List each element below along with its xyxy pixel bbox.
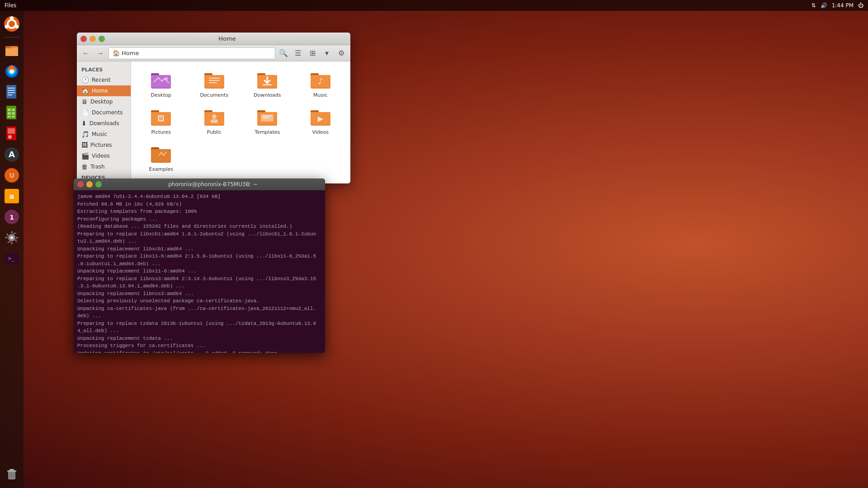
pictures-icon: 🖼 xyxy=(81,141,88,149)
sidebar-item-desktop-label: Desktop xyxy=(90,99,113,105)
home-icon: 🏠 xyxy=(81,87,89,94)
libreoffice-impress-icon xyxy=(4,126,20,142)
svg-rect-76 xyxy=(263,116,272,117)
dock-item-trash[interactable] xyxy=(2,465,21,483)
sidebar-item-downloads-label: Downloads xyxy=(90,120,119,127)
sidebar: Places 🕐 Recent 🏠 Home 🖥 Desktop 📄 Docum… xyxy=(77,61,131,183)
window-maximize-button[interactable] xyxy=(99,36,105,42)
window-minimize-button[interactable] xyxy=(90,36,96,42)
svg-rect-24 xyxy=(8,128,15,134)
svg-text:A: A xyxy=(9,150,15,159)
settings-button[interactable]: ⚙ xyxy=(335,47,348,60)
location-bar[interactable]: 🏠 Home xyxy=(108,47,275,59)
svg-point-4 xyxy=(5,25,9,28)
terminal-body[interactable]: jamvm amd64 7u51-2.4.4-0ubuntu0.13.04.2 … xyxy=(74,190,325,353)
back-button[interactable]: ← xyxy=(80,47,92,60)
dock-item-settings[interactable] xyxy=(2,228,21,247)
svg-rect-14 xyxy=(8,92,15,93)
dock-item-calc[interactable] xyxy=(2,103,21,122)
sidebar-item-desktop[interactable]: 🖥 Desktop xyxy=(77,96,131,107)
folder-downloads[interactable]: Downloads xyxy=(242,66,293,101)
terminal-line: Unpacking replacement libx11-6:amd64 ... xyxy=(77,267,321,275)
folder-documents-icon xyxy=(203,69,225,90)
terminal-close-button[interactable] xyxy=(77,181,84,188)
power-icon: ⏻ xyxy=(858,2,863,9)
dock-item-firefox[interactable] xyxy=(2,62,21,81)
terminal-titlebar: phoronix@phoronix-B75MU3B: ~ xyxy=(74,178,325,190)
top-bar-right: ⇅ 🔊 1:44 PM ⏻ xyxy=(811,2,863,9)
music-icon: 🎵 xyxy=(81,131,89,138)
sidebar-item-home-label: Home xyxy=(92,88,108,94)
window-close-button[interactable] xyxy=(80,36,87,42)
terminal-title: phoronix@phoronix-B75MU3B: ~ xyxy=(104,181,321,188)
folder-desktop-icon xyxy=(150,69,172,90)
terminal-window: phoronix@phoronix-B75MU3B: ~ jamvm amd64… xyxy=(74,178,325,353)
dock-item-impress[interactable] xyxy=(2,124,21,143)
dock-item-ubuntu[interactable] xyxy=(2,14,21,33)
terminal-minimize-button[interactable] xyxy=(86,181,93,188)
folder-downloads-icon xyxy=(256,69,278,90)
folder-public[interactable]: Public xyxy=(189,103,240,138)
file-manager-window: Home ← → 🏠 Home 🔍 ☰ ⊞ ▾ ⚙ Places 🕐 Recen… xyxy=(77,33,350,183)
folder-desktop[interactable]: Desktop xyxy=(136,66,187,101)
svg-text:♪: ♪ xyxy=(318,76,323,86)
svg-rect-41 xyxy=(9,469,14,471)
dock-item-font-viewer[interactable]: A xyxy=(2,145,21,164)
folder-music-label: Music xyxy=(313,92,327,98)
sidebar-item-trash[interactable]: 🗑 Trash xyxy=(77,161,131,172)
terminal-line: jamvm amd64 7u51-2.4.4-0ubuntu0.13.04.2 … xyxy=(77,193,321,201)
folder-pictures-label: Pictures xyxy=(151,129,171,135)
svg-point-3 xyxy=(15,25,19,28)
sort-button[interactable]: ▾ xyxy=(321,47,333,60)
sidebar-item-pictures[interactable]: 🖼 Pictures xyxy=(77,140,131,150)
folder-examples[interactable]: Examples xyxy=(136,140,187,175)
sidebar-item-home[interactable]: 🏠 Home xyxy=(77,85,131,96)
location-label: Home xyxy=(122,50,139,56)
documents-icon: 📄 xyxy=(81,109,89,116)
file-area: Desktop Documents xyxy=(131,61,350,183)
folder-music[interactable]: ♪ Music xyxy=(295,66,346,101)
sidebar-item-recent[interactable]: 🕐 Recent xyxy=(77,75,131,85)
sidebar-item-downloads[interactable]: ⬇ Downloads xyxy=(77,118,131,129)
sidebar-item-videos[interactable]: 🎬 Videos xyxy=(77,150,131,161)
sidebar-item-documents[interactable]: 📄 Documents xyxy=(77,107,131,118)
dock-item-ubuntu-one[interactable]: 1 xyxy=(2,207,21,226)
folder-templates[interactable]: Templates xyxy=(242,103,293,138)
dock-item-files[interactable] xyxy=(2,41,21,60)
list-view-button[interactable]: ☰ xyxy=(292,47,304,60)
search-button[interactable]: 🔍 xyxy=(277,47,290,60)
folder-pictures[interactable]: 🖼 Pictures xyxy=(136,103,187,138)
svg-rect-52 xyxy=(209,78,220,79)
files-icon xyxy=(4,42,20,59)
dock-item-writer[interactable] xyxy=(2,83,21,102)
dock-item-terminal[interactable]: >_ xyxy=(2,249,21,268)
dock: A U a 1 xyxy=(0,11,24,488)
svg-rect-13 xyxy=(8,90,15,91)
sort-icon: ⇅ xyxy=(811,2,816,9)
sidebar-item-music[interactable]: 🎵 Music xyxy=(77,129,131,140)
svg-rect-51 xyxy=(204,75,224,88)
window-titlebar: Home xyxy=(77,33,350,45)
terminal-line: Preparing to replace tzdata 2013b-1ubunt… xyxy=(77,320,321,328)
grid-view-button[interactable]: ⊞ xyxy=(306,47,319,60)
sidebar-item-trash-label: Trash xyxy=(90,164,105,170)
svg-point-25 xyxy=(8,135,12,139)
dock-item-amazon[interactable]: a xyxy=(2,187,21,206)
folder-desktop-label: Desktop xyxy=(151,92,171,98)
dock-separator-1 xyxy=(4,37,20,38)
forward-button[interactable]: → xyxy=(94,47,107,60)
libreoffice-calc-icon xyxy=(4,105,20,121)
sidebar-item-pictures-label: Pictures xyxy=(90,142,112,148)
sidebar-item-videos-label: Videos xyxy=(92,153,110,159)
folder-documents[interactable]: Documents xyxy=(189,66,240,101)
desktop-icon: 🖥 xyxy=(81,98,88,105)
svg-text:1: 1 xyxy=(9,214,14,221)
svg-point-36 xyxy=(10,236,13,239)
folder-videos[interactable]: ▶ Videos xyxy=(295,103,346,138)
terminal-maximize-button[interactable] xyxy=(95,181,102,188)
svg-point-10 xyxy=(9,69,14,74)
top-bar: Files ⇅ 🔊 1:44 PM ⏻ xyxy=(0,0,868,11)
dock-item-software[interactable]: U xyxy=(2,166,21,185)
svg-point-48 xyxy=(165,77,168,80)
folder-examples-icon xyxy=(150,143,172,164)
